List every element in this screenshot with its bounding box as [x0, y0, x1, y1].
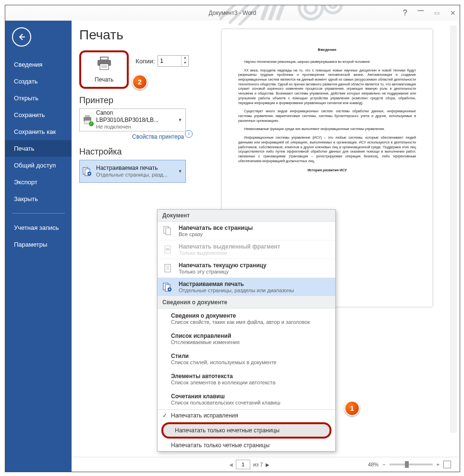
- doc-section-title: История развития ИСУ: [238, 168, 416, 173]
- doc-paragraph: XX века, породила надежды на то, что с п…: [238, 68, 416, 106]
- sidebar-item-new[interactable]: Создать: [5, 73, 72, 90]
- settings-heading: Настройка: [79, 147, 204, 157]
- dd-item-selection: Напечатать выделенный фрагментТолько выд…: [158, 240, 335, 259]
- dropdown-section-header: Сведения о документе: [158, 297, 335, 309]
- range-sublabel: Отдельные страницы, разд...: [96, 172, 177, 178]
- print-button[interactable]: Печать 2: [79, 50, 129, 89]
- help-icon[interactable]: ?: [403, 9, 407, 17]
- print-range-dropdown: Документ Напечатать все страницыВсе сраз…: [157, 209, 336, 452]
- titlebar: Документ3 - Word ? – ▭ ✕: [5, 5, 460, 21]
- sidebar-separator: [12, 213, 65, 214]
- doc-paragraph: Существует много видов информационных си…: [238, 109, 416, 123]
- page-number-input[interactable]: [236, 460, 250, 469]
- annotation-badge-2: 2: [132, 74, 147, 90]
- pages-all-icon: [161, 225, 174, 237]
- close-icon[interactable]: ✕: [450, 9, 456, 17]
- sidebar-item-share[interactable]: Общий доступ: [5, 157, 72, 174]
- sidebar-item-save[interactable]: Сохранить: [5, 107, 72, 123]
- printer-device-icon: ✓: [82, 114, 93, 126]
- dd-info-autotext[interactable]: Элементы автотекстаСписок элементов в ко…: [158, 369, 335, 389]
- pages-custom-icon: [82, 166, 93, 177]
- zoom-slider[interactable]: [390, 464, 433, 465]
- spin-down-icon[interactable]: ▼: [182, 61, 188, 66]
- dd-info-revisions[interactable]: Список исправленийОтслеживаемые изменени…: [158, 329, 335, 349]
- svg-rect-21: [166, 248, 170, 250]
- maximize-icon[interactable]: ▭: [434, 10, 440, 16]
- page-prev-icon[interactable]: ◀: [229, 462, 233, 467]
- back-button[interactable]: [12, 27, 31, 47]
- info-icon[interactable]: i: [185, 130, 193, 138]
- doc-title: Введение: [238, 48, 416, 53]
- page-of-label: из 7: [253, 462, 263, 467]
- dd-info-shortcuts[interactable]: Сочетания клавишСписок пользовательских …: [158, 389, 335, 409]
- printer-selector[interactable]: ✓ Canon LBP3010/LBP3018/LB... Не подключ…: [79, 108, 186, 131]
- page-next-icon[interactable]: ▶: [266, 462, 269, 467]
- print-button-label: Печать: [95, 76, 113, 83]
- backstage-sidebar: Сведения Создать Открыть Сохранить Сохра…: [5, 21, 72, 472]
- printer-name: Canon LBP3010/LBP3018/LB...: [96, 109, 177, 124]
- annotation-badge-1: 1: [344, 401, 360, 416]
- svg-rect-6: [276, 5, 287, 21]
- page-single-icon: [161, 262, 174, 274]
- dd-toggle-revisions[interactable]: Напечатать исправления: [158, 410, 335, 421]
- status-check-icon: ✓: [88, 121, 94, 127]
- sidebar-item-open[interactable]: Открыть: [5, 90, 72, 107]
- copies-label: Копии:: [135, 58, 155, 65]
- svg-rect-7: [100, 57, 108, 60]
- svg-rect-9: [100, 64, 109, 70]
- zoom-in-icon[interactable]: +: [437, 462, 440, 467]
- svg-rect-22: [165, 264, 171, 272]
- window-title: Документ3 - Word: [208, 10, 256, 16]
- svg-point-1: [305, 5, 317, 13]
- chevron-down-icon[interactable]: ▼: [177, 118, 183, 122]
- minimize-icon[interactable]: –: [418, 5, 424, 16]
- sidebar-item-print[interactable]: Печать: [5, 140, 72, 157]
- page-selection-icon: [161, 243, 174, 256]
- page-heading: Печать: [79, 27, 204, 43]
- svg-point-3: [330, 5, 336, 8]
- sidebar-item-account[interactable]: Учетная запись: [5, 219, 72, 236]
- print-backstage: Печать Печать 2 Копии:: [72, 21, 460, 472]
- svg-rect-13: [85, 115, 90, 117]
- range-label: Настраиваемая печать: [96, 165, 177, 172]
- app-window: Документ3 - Word ? – ▭ ✕ Сведения Создат…: [5, 5, 460, 472]
- dd-item-all-pages[interactable]: Напечатать все страницыВсе сразу: [158, 222, 335, 240]
- printer-heading: Принтер: [79, 95, 204, 106]
- copies-input[interactable]: [158, 56, 181, 66]
- printer-status: Не подключен: [96, 124, 177, 131]
- doc-paragraph: Немаловажные функции среди них выполняют…: [238, 127, 416, 131]
- fit-page-icon[interactable]: [443, 461, 451, 468]
- dd-even-pages[interactable]: Напечатать только четные страницы: [158, 440, 335, 451]
- sidebar-item-options[interactable]: Параметры: [5, 236, 72, 253]
- zoom-value: 48%: [368, 462, 379, 467]
- pages-custom-icon: [161, 281, 174, 293]
- doc-paragraph: Научно-техническая революция, широко раз…: [238, 60, 416, 64]
- spin-up-icon[interactable]: ▲: [182, 56, 188, 61]
- sidebar-item-saveas[interactable]: Сохранить как: [5, 123, 72, 140]
- sidebar-item-info[interactable]: Сведения: [5, 56, 72, 73]
- printer-icon: [95, 56, 113, 74]
- dd-info-docprops[interactable]: Сведения о документеСписок свойств, таки…: [158, 309, 335, 329]
- dd-item-custom[interactable]: Настраиваемая печатьОтдельные страницы, …: [158, 278, 335, 297]
- svg-rect-19: [166, 228, 171, 235]
- print-range-selector[interactable]: Настраиваемая печать Отдельные страницы,…: [79, 160, 186, 183]
- preview-statusbar: ◀ из 7 ▶ 48% − +: [72, 457, 460, 472]
- dd-odd-pages[interactable]: Напечатать только нечетные страницы: [161, 422, 331, 439]
- dd-item-current-page[interactable]: Напечатать текущую страницуТолько эту ст…: [158, 259, 335, 278]
- sidebar-item-export[interactable]: Экспорт: [5, 174, 72, 190]
- dropdown-section-header: Документ: [158, 210, 335, 222]
- copies-spinner[interactable]: ▲▼: [158, 55, 189, 67]
- zoom-out-icon[interactable]: −: [382, 462, 385, 467]
- dd-info-styles[interactable]: СтилиСписок стилей, используемых в докум…: [158, 349, 335, 369]
- sidebar-item-close[interactable]: Закрыть: [5, 190, 72, 207]
- printer-properties-link[interactable]: Свойства принтера: [79, 133, 184, 140]
- doc-paragraph: Информационные системы управления (ИСУ) …: [238, 135, 416, 163]
- vertical-scrollbar[interactable]: [450, 25, 457, 433]
- chevron-down-icon[interactable]: ▼: [177, 169, 183, 174]
